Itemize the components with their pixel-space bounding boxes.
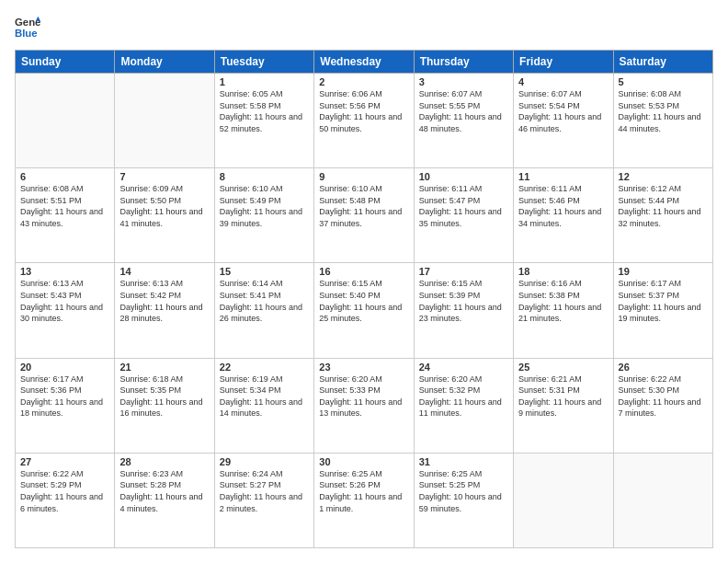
weekday-header-row: SundayMondayTuesdayWednesdayThursdayFrid… — [16, 51, 713, 74]
day-number: 29 — [220, 456, 309, 467]
day-info: Sunrise: 6:09 AMSunset: 5:50 PMDaylight:… — [119, 183, 209, 229]
day-info: Sunrise: 6:10 AMSunset: 5:49 PMDaylight:… — [220, 183, 309, 229]
calendar-cell: 4Sunrise: 6:07 AMSunset: 5:54 PMDaylight… — [514, 74, 613, 168]
weekday-header-saturday: Saturday — [613, 51, 712, 74]
day-info: Sunrise: 6:16 AMSunset: 5:38 PMDaylight:… — [518, 278, 608, 324]
day-number: 16 — [319, 266, 408, 277]
day-number: 9 — [319, 171, 408, 182]
day-number: 21 — [119, 362, 209, 373]
calendar-cell: 17Sunrise: 6:15 AMSunset: 5:39 PMDayligh… — [414, 263, 513, 358]
calendar-cell: 30Sunrise: 6:25 AMSunset: 5:26 PMDayligh… — [314, 453, 414, 547]
weekday-header-sunday: Sunday — [16, 51, 115, 74]
calendar-cell: 11Sunrise: 6:11 AMSunset: 5:46 PMDayligh… — [514, 168, 613, 263]
week-row-3: 13Sunrise: 6:13 AMSunset: 5:43 PMDayligh… — [16, 263, 713, 358]
day-number: 28 — [119, 456, 209, 467]
day-number: 23 — [319, 362, 408, 373]
week-row-5: 27Sunrise: 6:22 AMSunset: 5:29 PMDayligh… — [16, 453, 713, 547]
day-number: 22 — [220, 362, 309, 373]
calendar-cell: 22Sunrise: 6:19 AMSunset: 5:34 PMDayligh… — [214, 358, 313, 453]
day-number: 17 — [419, 266, 508, 277]
calendar-cell — [514, 453, 613, 547]
day-number: 19 — [619, 266, 708, 277]
calendar-cell: 21Sunrise: 6:18 AMSunset: 5:35 PMDayligh… — [115, 358, 214, 453]
day-number: 4 — [518, 76, 608, 87]
day-number: 14 — [119, 266, 209, 277]
day-info: Sunrise: 6:25 AMSunset: 5:26 PMDaylight:… — [319, 468, 408, 514]
svg-text:Blue: Blue — [15, 28, 38, 39]
calendar-cell: 27Sunrise: 6:22 AMSunset: 5:29 PMDayligh… — [16, 453, 115, 547]
calendar-cell: 2Sunrise: 6:06 AMSunset: 5:56 PMDaylight… — [314, 74, 414, 168]
calendar-cell: 3Sunrise: 6:07 AMSunset: 5:55 PMDaylight… — [414, 74, 513, 168]
calendar-cell: 8Sunrise: 6:10 AMSunset: 5:49 PMDaylight… — [214, 168, 313, 263]
day-number: 12 — [619, 171, 708, 182]
day-info: Sunrise: 6:15 AMSunset: 5:39 PMDaylight:… — [419, 278, 508, 324]
day-info: Sunrise: 6:22 AMSunset: 5:30 PMDaylight:… — [619, 373, 708, 419]
calendar-cell: 24Sunrise: 6:20 AMSunset: 5:32 PMDayligh… — [414, 358, 513, 453]
day-number: 2 — [319, 76, 408, 87]
logo: General Blue — [15, 15, 40, 40]
day-number: 18 — [518, 266, 608, 277]
week-row-2: 6Sunrise: 6:08 AMSunset: 5:51 PMDaylight… — [16, 168, 713, 263]
day-number: 30 — [319, 456, 408, 467]
day-info: Sunrise: 6:14 AMSunset: 5:41 PMDaylight:… — [220, 278, 309, 324]
day-info: Sunrise: 6:07 AMSunset: 5:54 PMDaylight:… — [518, 88, 608, 134]
week-row-1: 1Sunrise: 6:05 AMSunset: 5:58 PMDaylight… — [16, 74, 713, 168]
day-info: Sunrise: 6:23 AMSunset: 5:28 PMDaylight:… — [119, 468, 209, 514]
day-info: Sunrise: 6:15 AMSunset: 5:40 PMDaylight:… — [319, 278, 408, 324]
day-info: Sunrise: 6:24 AMSunset: 5:27 PMDaylight:… — [220, 468, 309, 514]
day-info: Sunrise: 6:10 AMSunset: 5:48 PMDaylight:… — [319, 183, 408, 229]
day-number: 27 — [20, 456, 109, 467]
day-number: 26 — [619, 362, 708, 373]
day-number: 13 — [20, 266, 109, 277]
day-number: 5 — [619, 76, 708, 87]
day-info: Sunrise: 6:22 AMSunset: 5:29 PMDaylight:… — [20, 468, 109, 514]
day-number: 25 — [518, 362, 608, 373]
weekday-header-monday: Monday — [115, 51, 214, 74]
day-info: Sunrise: 6:08 AMSunset: 5:53 PMDaylight:… — [619, 88, 708, 134]
weekday-header-thursday: Thursday — [414, 51, 513, 74]
header: General Blue — [15, 15, 713, 40]
calendar-table: SundayMondayTuesdayWednesdayThursdayFrid… — [15, 50, 713, 548]
day-info: Sunrise: 6:08 AMSunset: 5:51 PMDaylight:… — [20, 183, 109, 229]
day-number: 6 — [20, 171, 109, 182]
day-info: Sunrise: 6:13 AMSunset: 5:42 PMDaylight:… — [119, 278, 209, 324]
calendar-cell: 28Sunrise: 6:23 AMSunset: 5:28 PMDayligh… — [115, 453, 214, 547]
day-number: 3 — [419, 76, 508, 87]
calendar-cell: 23Sunrise: 6:20 AMSunset: 5:33 PMDayligh… — [314, 358, 414, 453]
day-info: Sunrise: 6:20 AMSunset: 5:32 PMDaylight:… — [419, 373, 508, 419]
calendar-cell: 7Sunrise: 6:09 AMSunset: 5:50 PMDaylight… — [115, 168, 214, 263]
day-number: 7 — [119, 171, 209, 182]
day-info: Sunrise: 6:13 AMSunset: 5:43 PMDaylight:… — [20, 278, 109, 324]
day-info: Sunrise: 6:19 AMSunset: 5:34 PMDaylight:… — [220, 373, 309, 419]
logo-icon: General Blue — [15, 15, 40, 40]
day-info: Sunrise: 6:18 AMSunset: 5:35 PMDaylight:… — [119, 373, 209, 419]
calendar-cell — [115, 74, 214, 168]
day-number: 20 — [20, 362, 109, 373]
calendar-cell: 9Sunrise: 6:10 AMSunset: 5:48 PMDaylight… — [314, 168, 414, 263]
calendar-page: General Blue SundayMondayTuesdayWednesda… — [0, 0, 728, 563]
calendar-cell: 26Sunrise: 6:22 AMSunset: 5:30 PMDayligh… — [613, 358, 712, 453]
calendar-cell: 14Sunrise: 6:13 AMSunset: 5:42 PMDayligh… — [115, 263, 214, 358]
day-info: Sunrise: 6:11 AMSunset: 5:47 PMDaylight:… — [419, 183, 508, 229]
calendar-cell: 18Sunrise: 6:16 AMSunset: 5:38 PMDayligh… — [514, 263, 613, 358]
day-number: 1 — [220, 76, 309, 87]
calendar-cell: 31Sunrise: 6:25 AMSunset: 5:25 PMDayligh… — [414, 453, 513, 547]
svg-text:General: General — [15, 17, 40, 28]
week-row-4: 20Sunrise: 6:17 AMSunset: 5:36 PMDayligh… — [16, 358, 713, 453]
calendar-cell — [613, 453, 712, 547]
calendar-cell: 12Sunrise: 6:12 AMSunset: 5:44 PMDayligh… — [613, 168, 712, 263]
day-number: 8 — [220, 171, 309, 182]
day-info: Sunrise: 6:25 AMSunset: 5:25 PMDaylight:… — [419, 468, 508, 514]
weekday-header-friday: Friday — [514, 51, 613, 74]
calendar-cell: 1Sunrise: 6:05 AMSunset: 5:58 PMDaylight… — [214, 74, 313, 168]
day-info: Sunrise: 6:07 AMSunset: 5:55 PMDaylight:… — [419, 88, 508, 134]
day-number: 11 — [518, 171, 608, 182]
day-info: Sunrise: 6:12 AMSunset: 5:44 PMDaylight:… — [619, 183, 708, 229]
calendar-cell: 10Sunrise: 6:11 AMSunset: 5:47 PMDayligh… — [414, 168, 513, 263]
day-number: 10 — [419, 171, 508, 182]
calendar-cell: 16Sunrise: 6:15 AMSunset: 5:40 PMDayligh… — [314, 263, 414, 358]
weekday-header-tuesday: Tuesday — [214, 51, 313, 74]
day-info: Sunrise: 6:06 AMSunset: 5:56 PMDaylight:… — [319, 88, 408, 134]
calendar-cell: 20Sunrise: 6:17 AMSunset: 5:36 PMDayligh… — [16, 358, 115, 453]
calendar-cell: 25Sunrise: 6:21 AMSunset: 5:31 PMDayligh… — [514, 358, 613, 453]
